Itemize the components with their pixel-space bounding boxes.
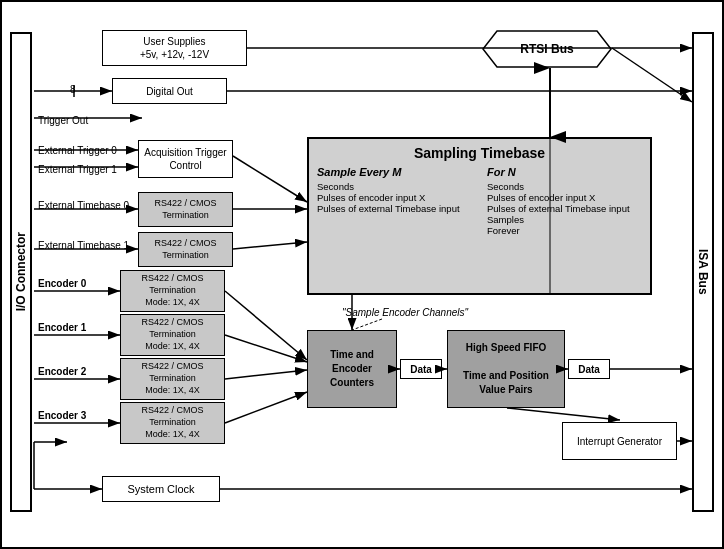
acq-trigger-box: Acquisition Trigger Control: [138, 140, 233, 178]
svg-line-40: [352, 319, 382, 330]
svg-line-39: [507, 408, 620, 420]
user-supplies-box: User Supplies +5v, +12v, -12V: [102, 30, 247, 66]
svg-line-13: [233, 156, 307, 202]
num-8-label: 8: [70, 84, 76, 95]
rs422-timebase0-box: RS422 / CMOSTermination: [138, 192, 233, 227]
diagram-container: I/O Connector ISA Bus RTSI Bus User Supp…: [0, 0, 724, 549]
for-n-title: For N: [487, 166, 642, 178]
sampling-timebase-box: Sampling Timebase Sample Every M Seconds…: [307, 137, 652, 295]
acq-trigger-label: Acquisition Trigger Control: [139, 146, 232, 172]
for-n-item-3: Pulses of external Timebase input: [487, 203, 642, 214]
io-connector-label: I/O Connector: [14, 232, 28, 311]
data-label-1: Data: [410, 364, 432, 375]
rs422-encoder2-box: RS422 / CMOSTerminationMode: 1X, 4X: [120, 358, 225, 400]
time-encoder-counters-box: Time andEncoderCounters: [307, 330, 397, 408]
svg-line-25: [225, 392, 307, 423]
isa-bus-label: ISA Bus: [696, 249, 710, 295]
sample-every-m-col: Sample Every M Seconds Pulses of encoder…: [317, 166, 472, 236]
io-connector: I/O Connector: [10, 32, 32, 512]
encoder2-label: Encoder 2: [38, 366, 86, 377]
for-n-item-1: Seconds: [487, 181, 642, 192]
interrupt-gen-label: Interrupt Generator: [577, 435, 662, 448]
svg-line-19: [225, 291, 307, 360]
rs422-encoder3-box: RS422 / CMOSTerminationMode: 1X, 4X: [120, 402, 225, 444]
sample-every-m-item-3: Pulses of external Timebase input: [317, 203, 472, 214]
sample-every-m-title: Sample Every M: [317, 166, 472, 178]
rs422-encoder1-box: RS422 / CMOSTerminationMode: 1X, 4X: [120, 314, 225, 356]
encoder0-label: Encoder 0: [38, 278, 86, 289]
data-badge-2: Data: [568, 359, 610, 379]
sample-every-m-item-1: Seconds: [317, 181, 472, 192]
user-supplies-line1: User Supplies: [140, 35, 209, 48]
ext-timebase0-label: External Timebase 0: [38, 200, 129, 211]
user-supplies-line2: +5v, +12v, -12V: [140, 48, 209, 61]
digital-out-label: Digital Out: [146, 85, 193, 98]
system-clock-box: System Clock: [102, 476, 220, 502]
data-label-2: Data: [578, 364, 600, 375]
rtsi-bus-label: RTSI Bus: [520, 42, 573, 56]
svg-line-21: [225, 335, 307, 362]
isa-bus: ISA Bus: [692, 32, 714, 512]
ext-trigger0-label: External Trigger 0: [38, 145, 117, 156]
trigger-out-label: Trigger Out: [38, 115, 88, 126]
encoder1-label: Encoder 1: [38, 322, 86, 333]
ext-trigger1-label: External Trigger 1: [38, 164, 117, 175]
interrupt-gen-box: Interrupt Generator: [562, 422, 677, 460]
rs422-timebase1-box: RS422 / CMOSTermination: [138, 232, 233, 267]
data-badge-1: Data: [400, 359, 442, 379]
svg-line-37: [612, 48, 692, 102]
for-n-col: For N Seconds Pulses of encoder input X …: [487, 166, 642, 236]
encoder3-label: Encoder 3: [38, 410, 86, 421]
svg-line-23: [225, 370, 307, 379]
rtsi-bus-container: RTSI Bus: [482, 30, 612, 68]
digital-out-box: Digital Out: [112, 78, 227, 104]
sample-every-m-item-2: Pulses of encoder input X: [317, 192, 472, 203]
for-n-item-4: Samples: [487, 214, 642, 225]
rs422-encoder0-box: RS422 / CMOSTerminationMode: 1X, 4X: [120, 270, 225, 312]
for-n-item-2: Pulses of encoder input X: [487, 192, 642, 203]
system-clock-label: System Clock: [127, 482, 194, 496]
ext-timebase1-label: External Timebase 1: [38, 240, 129, 251]
sample-encoder-channels-label: "Sample Encoder Channels": [342, 307, 468, 318]
sampling-timebase-title: Sampling Timebase: [317, 145, 642, 161]
svg-line-17: [233, 242, 307, 249]
for-n-item-5: Forever: [487, 225, 642, 236]
high-speed-fifo-box: High Speed FIFOTime and PositionValue Pa…: [447, 330, 565, 408]
